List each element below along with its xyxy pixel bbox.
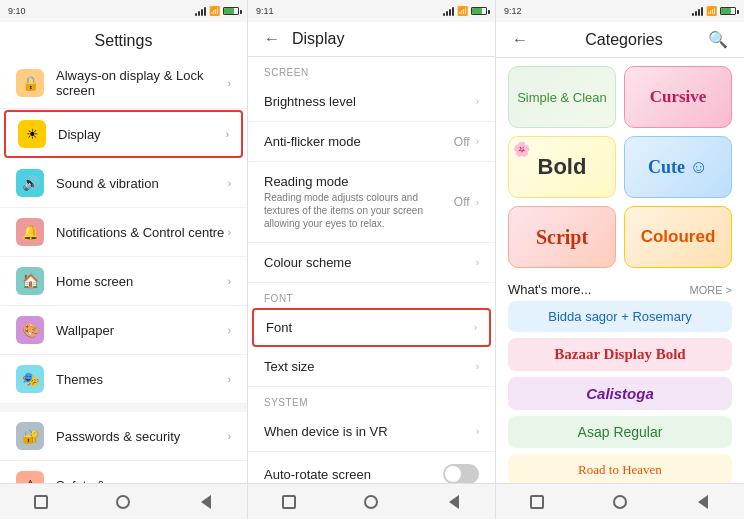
chevron-display: › bbox=[226, 129, 229, 140]
signal-icon-2 bbox=[443, 6, 454, 16]
antiflicker-value: Off bbox=[454, 135, 470, 149]
brightness-label: Brightness level bbox=[264, 94, 476, 109]
nav-square-3[interactable] bbox=[526, 491, 548, 513]
settings-item-safety[interactable]: ⚠ Safety & emergency › bbox=[0, 461, 247, 483]
display-colour[interactable]: Colour scheme › bbox=[248, 243, 495, 283]
settings-item-sound[interactable]: 🔊 Sound & vibration › bbox=[0, 159, 247, 208]
cat-coloured[interactable]: Coloured bbox=[624, 206, 732, 268]
nav-back-3[interactable] bbox=[692, 491, 714, 513]
status-bar-1: 9:10 📶 bbox=[0, 0, 247, 22]
cat-bold[interactable]: Bold bbox=[508, 136, 616, 198]
textsize-text: Text size bbox=[264, 359, 476, 374]
display-font[interactable]: Font › bbox=[252, 308, 491, 347]
section-label-font: FONT bbox=[248, 283, 495, 308]
status-left-2: 9:11 bbox=[256, 6, 274, 16]
cat-simple-clean[interactable]: Simple & Clean bbox=[508, 66, 616, 128]
settings-label-display: Display bbox=[58, 127, 226, 142]
settings-item-home[interactable]: 🏠 Home screen › bbox=[0, 257, 247, 306]
nav-back-2[interactable] bbox=[443, 491, 465, 513]
cat-cursive[interactable]: Cursive bbox=[624, 66, 732, 128]
font-label: Font bbox=[266, 320, 474, 335]
categories-header: ← Categories 🔍 bbox=[496, 22, 744, 58]
reading-sub: Reading mode adjusts colours and texture… bbox=[264, 191, 454, 230]
sound-icon: 🔊 bbox=[16, 169, 44, 197]
brightness-text: Brightness level bbox=[264, 94, 476, 109]
font-item-bidda[interactable]: Bidda sagor + Rosemary bbox=[508, 301, 732, 332]
display-reading[interactable]: Reading mode Reading mode adjusts colour… bbox=[248, 162, 495, 243]
whats-more-link[interactable]: MORE > bbox=[690, 284, 732, 296]
chevron-brightness: › bbox=[476, 96, 479, 107]
cat-script[interactable]: Script bbox=[508, 206, 616, 268]
chevron-sound: › bbox=[228, 178, 231, 189]
settings-label-wallpaper: Wallpaper bbox=[56, 323, 228, 338]
antiflicker-text: Anti-flicker mode bbox=[264, 134, 454, 149]
display-content: SCREEN Brightness level › Anti-flicker m… bbox=[248, 57, 495, 483]
settings-item-passwords[interactable]: 🔐 Passwords & security › bbox=[0, 412, 247, 461]
cat-script-label: Script bbox=[536, 226, 588, 249]
nav-circle-2[interactable] bbox=[360, 491, 382, 513]
chevron-textsize: › bbox=[476, 361, 479, 372]
display-back-button[interactable]: ← bbox=[264, 30, 280, 48]
font-item-calistoga[interactable]: Calistoga bbox=[508, 377, 732, 410]
categories-back-button[interactable]: ← bbox=[512, 31, 528, 49]
display-antiflicker[interactable]: Anti-flicker mode Off › bbox=[248, 122, 495, 162]
home-icon: 🏠 bbox=[16, 267, 44, 295]
font-bazaar-label: Bazaar Display Bold bbox=[554, 346, 685, 362]
cat-cursive-label: Cursive bbox=[650, 87, 707, 107]
display-vr[interactable]: When device is in VR › bbox=[248, 412, 495, 452]
settings-label-notifications: Notifications & Control centre bbox=[56, 225, 228, 240]
nav-circle-1[interactable] bbox=[112, 491, 134, 513]
nav-bar-3 bbox=[496, 483, 744, 519]
settings-item-display[interactable]: ☀ Display › bbox=[4, 110, 243, 158]
reading-value: Off bbox=[454, 195, 470, 209]
font-bidda-label: Bidda sagor + Rosemary bbox=[548, 309, 691, 324]
status-right-1: 📶 bbox=[195, 6, 239, 16]
display-brightness[interactable]: Brightness level › bbox=[248, 82, 495, 122]
panel-categories: 9:12 📶 ← Categories 🔍 Simple & Clean Cur… bbox=[496, 0, 744, 519]
nav-back-1[interactable] bbox=[195, 491, 217, 513]
status-time-2: 9:11 bbox=[256, 6, 274, 16]
lock-icon: 🔒 bbox=[16, 69, 44, 97]
status-right-3: 📶 bbox=[692, 6, 736, 16]
list-separator bbox=[0, 404, 247, 412]
autorotate-toggle[interactable] bbox=[443, 464, 479, 483]
settings-item-wallpaper[interactable]: 🎨 Wallpaper › bbox=[0, 306, 247, 355]
vr-label: When device is in VR bbox=[264, 424, 476, 439]
font-item-bazaar[interactable]: Bazaar Display Bold bbox=[508, 338, 732, 371]
status-left-3: 9:12 bbox=[504, 6, 522, 16]
nav-circle-3[interactable] bbox=[609, 491, 631, 513]
chevron-vr: › bbox=[476, 426, 479, 437]
settings-item-notifications[interactable]: 🔔 Notifications & Control centre › bbox=[0, 208, 247, 257]
status-bar-3: 9:12 📶 bbox=[496, 0, 744, 22]
section-label-system: SYSTEM bbox=[248, 387, 495, 412]
wifi-icon-2: 📶 bbox=[457, 6, 468, 16]
display-header: ← Display bbox=[248, 22, 495, 57]
signal-icon-1 bbox=[195, 6, 206, 16]
status-right-2: 📶 bbox=[443, 6, 487, 16]
cat-cute-card[interactable]: Cute ☺ bbox=[624, 136, 732, 198]
nav-bar-2 bbox=[248, 483, 495, 519]
battery-icon-3 bbox=[720, 7, 736, 15]
settings-item-always-on[interactable]: 🔒 Always-on display & Lock screen › bbox=[0, 58, 247, 109]
reading-label: Reading mode bbox=[264, 174, 454, 189]
categories-search-icon[interactable]: 🔍 bbox=[708, 30, 728, 49]
cat-simple-clean-label: Simple & Clean bbox=[517, 90, 607, 105]
display-textsize[interactable]: Text size › bbox=[248, 347, 495, 387]
textsize-label: Text size bbox=[264, 359, 476, 374]
font-item-asap[interactable]: Asap Regular bbox=[508, 416, 732, 448]
font-asap-label: Asap Regular bbox=[578, 424, 663, 440]
display-autorotate[interactable]: Auto-rotate screen bbox=[248, 452, 495, 483]
font-item-road[interactable]: Road to Heaven bbox=[508, 454, 732, 483]
reading-text: Reading mode Reading mode adjusts colour… bbox=[264, 174, 454, 230]
settings-label-always-on: Always-on display & Lock screen bbox=[56, 68, 228, 98]
nav-square-2[interactable] bbox=[278, 491, 300, 513]
settings-list: 🔒 Always-on display & Lock screen › ☀ Di… bbox=[0, 58, 247, 483]
nav-square-1[interactable] bbox=[30, 491, 52, 513]
settings-label-themes: Themes bbox=[56, 372, 228, 387]
status-time-1: 9:10 bbox=[8, 6, 26, 16]
panel-settings: 9:10 📶 Settings 🔒 Always-on display & Lo… bbox=[0, 0, 248, 519]
display-title: Display bbox=[292, 30, 344, 48]
colour-text: Colour scheme bbox=[264, 255, 476, 270]
settings-item-themes[interactable]: 🎭 Themes › bbox=[0, 355, 247, 404]
display-icon: ☀ bbox=[18, 120, 46, 148]
